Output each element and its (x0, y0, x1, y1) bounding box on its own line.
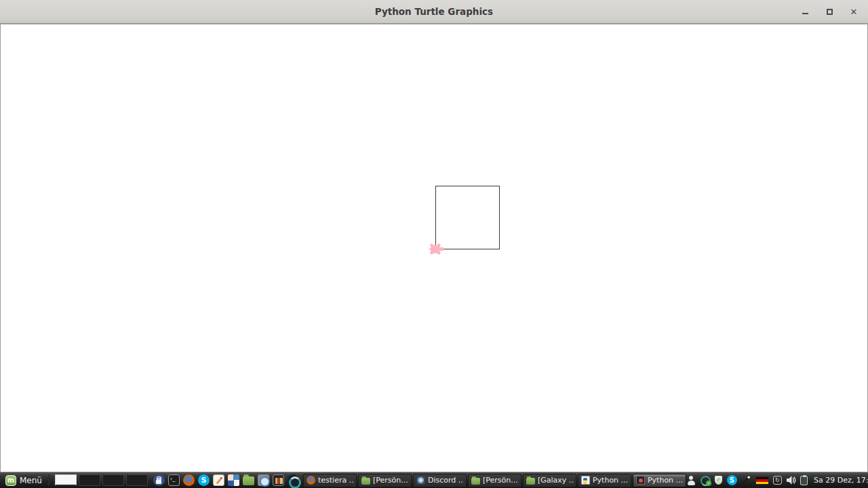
workspace-3[interactable] (102, 474, 124, 486)
python-file-icon (581, 476, 590, 485)
taskbar-window-home-folder-1[interactable]: [Persön... (358, 474, 412, 487)
media-player-icon[interactable] (273, 474, 284, 486)
firefox-icon (307, 476, 315, 485)
clipboard-icon[interactable] (800, 476, 808, 485)
taskbar-clock[interactable]: Sa 29 Dez, 17:29 (814, 476, 868, 485)
shield-icon[interactable] (715, 475, 723, 485)
volume-icon[interactable] (786, 475, 796, 485)
taskbar-window-discord[interactable]: Discord ... (413, 474, 467, 487)
taskbar-window-testiera[interactable]: testiera ... (303, 474, 357, 487)
workspace-2[interactable] (79, 474, 100, 486)
firefox-icon[interactable] (183, 474, 195, 486)
close-button[interactable]: ✕ (846, 4, 861, 19)
tk-window-icon (636, 476, 645, 485)
minimize-icon (802, 13, 808, 14)
lock-icon[interactable] (153, 474, 165, 486)
session-icon[interactable]: ↻ (773, 476, 782, 485)
menu-label: Menü (20, 476, 42, 485)
window-titlebar: Python Turtle Graphics ✕ (0, 0, 868, 24)
taskbar: m Menü S testiera ... (0, 472, 868, 488)
maximize-button[interactable] (822, 4, 837, 19)
terminal-icon[interactable] (168, 474, 180, 486)
menu-button[interactable]: m Menü (3, 473, 44, 487)
keyboard-layout-german-flag-icon[interactable] (755, 476, 769, 485)
folder-icon (471, 478, 480, 485)
taskbar-window-python-turtle-active[interactable]: Python ... (633, 474, 686, 487)
stylus-icon[interactable] (741, 475, 751, 485)
window-title: Python Turtle Graphics (0, 0, 868, 23)
desktop-squares-icon[interactable] (228, 474, 239, 486)
desktop-screen: Python Turtle Graphics ✕ m Menü (0, 0, 868, 488)
chromium-icon[interactable] (258, 474, 269, 486)
skype-icon[interactable]: S (198, 474, 210, 486)
user-applet-icon[interactable] (686, 475, 696, 485)
taskbar-window-python-editor[interactable]: Python ... (578, 474, 631, 487)
window-list: testiera ... [Persön... Discord ... [Per… (303, 474, 686, 487)
maximize-icon (827, 9, 833, 15)
discord-icon (416, 476, 425, 485)
text-editor-icon[interactable] (213, 474, 224, 486)
workspace-switcher (55, 474, 148, 486)
minimize-button[interactable] (797, 4, 812, 19)
taskbar-window-galaxy-folder[interactable]: [Galaxy ... (523, 474, 576, 487)
system-tray: S ↻ Sa 29 Dez, 17:29 (686, 475, 868, 485)
close-icon: ✕ (850, 7, 858, 16)
turtle-canvas (0, 24, 868, 472)
turtle-cursor (429, 243, 444, 256)
update-manager-icon[interactable] (701, 475, 711, 485)
window-controls: ✕ (797, 0, 861, 23)
taskbar-window-home-folder-2[interactable]: [Persön... (468, 474, 521, 487)
folder-icon (361, 478, 370, 485)
skype-tray-icon[interactable]: S (727, 475, 737, 485)
workspace-4[interactable] (126, 474, 148, 486)
folder-icon (526, 478, 535, 485)
file-manager-icon[interactable] (243, 476, 254, 485)
workspace-1[interactable] (55, 474, 77, 486)
drawn-square (435, 186, 500, 249)
quick-launchers: S (153, 474, 299, 486)
mint-logo-icon: m (5, 475, 16, 486)
show-desktop-icon[interactable] (48, 474, 50, 486)
update-ring-icon[interactable] (288, 474, 299, 486)
